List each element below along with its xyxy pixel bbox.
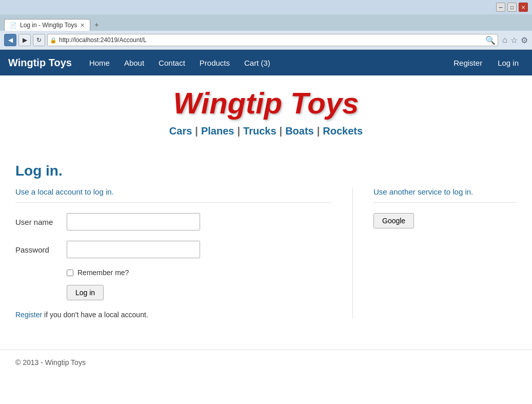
category-boats[interactable]: Boats — [285, 125, 314, 137]
tab-title: Log in - Wingtip Toys — [20, 22, 77, 29]
login-container: Use a local account to log in. User name… — [15, 187, 517, 319]
tab-icon: 📄 — [10, 22, 17, 29]
login-button[interactable]: Log in — [67, 285, 104, 300]
password-group: Password — [15, 241, 332, 258]
category-planes[interactable]: Planes — [201, 125, 234, 137]
login-local-section: Use a local account to log in. User name… — [15, 187, 352, 319]
new-tab-button[interactable]: + — [90, 18, 103, 31]
nav-home[interactable]: Home — [82, 50, 117, 75]
nav-right: Register Log in — [448, 59, 524, 67]
local-section-label: Use a local account to log in. — [15, 187, 332, 196]
nav-products[interactable]: Products — [192, 50, 237, 75]
local-divider — [15, 202, 332, 203]
login-service-section: Use another service to log in. Google — [352, 187, 517, 319]
sep-3: | — [280, 125, 283, 137]
address-bar: 🔒 🔍 — [47, 34, 498, 46]
password-label: Password — [15, 245, 67, 254]
register-note-text: if you don't have a local account. — [42, 311, 148, 319]
service-section-label: Use another service to log in. — [373, 187, 517, 196]
forward-button[interactable]: ▶ — [18, 34, 31, 46]
register-link[interactable]: Register — [15, 311, 42, 319]
register-note: Register if you don't have a local accou… — [15, 311, 332, 319]
close-button[interactable]: ✕ — [519, 3, 528, 12]
url-input[interactable] — [59, 36, 483, 44]
settings-icon[interactable]: ⚙ — [521, 35, 528, 45]
remember-group: Remember me? — [67, 268, 332, 277]
site-main-content: Log in. Use a local account to log in. U… — [0, 152, 532, 329]
minimize-button[interactable]: ─ — [496, 3, 505, 12]
browser-tab[interactable]: 📄 Log in - Wingtip Toys ✕ — [4, 19, 90, 31]
address-icon: 🔒 — [50, 37, 57, 44]
page-title: Log in. — [15, 163, 517, 179]
nav-links: Home About Contact Products Cart (3) — [82, 50, 448, 75]
category-links: Cars | Planes | Trucks | Boats | Rockets — [0, 120, 532, 147]
refresh-button[interactable]: ↻ — [33, 34, 45, 46]
username-group: User name — [15, 213, 332, 230]
site-nav: Wingtip Toys Home About Contact Products… — [0, 50, 532, 75]
site-hero: Wingtip Toys Cars | Planes | Trucks | Bo… — [0, 75, 532, 152]
password-input[interactable] — [67, 241, 200, 258]
star-icon[interactable]: ☆ — [510, 35, 518, 45]
maximize-button[interactable]: □ — [507, 3, 517, 12]
nav-contact[interactable]: Contact — [151, 50, 192, 75]
website-content: Wingtip Toys Home About Contact Products… — [0, 50, 532, 404]
site-footer: © 2013 - Wingtip Toys — [0, 350, 532, 375]
google-login-button[interactable]: Google — [373, 213, 414, 228]
sep-4: | — [317, 125, 320, 137]
home-icon[interactable]: ⌂ — [502, 35, 507, 45]
username-input[interactable] — [67, 213, 200, 230]
username-label: User name — [15, 218, 67, 226]
nav-login[interactable]: Log in — [492, 59, 524, 67]
site-brand-link[interactable]: Wingtip Toys — [8, 57, 72, 69]
remember-checkbox[interactable] — [67, 270, 73, 276]
nav-cart[interactable]: Cart (3) — [237, 50, 278, 75]
site-logo-text: Wingtip Toys — [0, 86, 532, 120]
sep-2: | — [237, 125, 240, 137]
nav-about[interactable]: About — [117, 50, 151, 75]
sep-1: | — [195, 125, 198, 137]
nav-register[interactable]: Register — [448, 59, 487, 67]
category-cars[interactable]: Cars — [169, 125, 192, 137]
footer-text: © 2013 - Wingtip Toys — [15, 358, 86, 367]
tab-close-button[interactable]: ✕ — [80, 22, 85, 29]
remember-label: Remember me? — [77, 268, 129, 277]
category-trucks[interactable]: Trucks — [243, 125, 276, 137]
search-icon: 🔍 — [485, 35, 496, 45]
category-rockets[interactable]: Rockets — [323, 125, 363, 137]
back-button[interactable]: ◀ — [4, 34, 16, 46]
service-divider — [373, 202, 517, 203]
